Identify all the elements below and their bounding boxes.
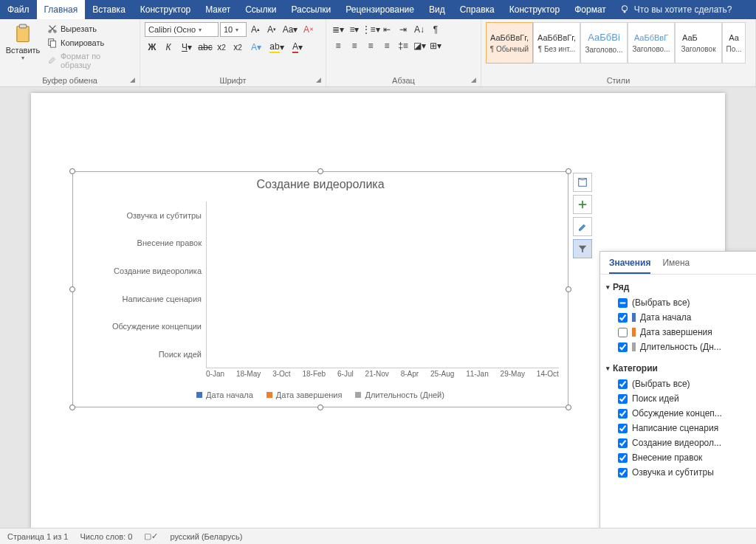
sort-button[interactable]: A↓ [412, 22, 427, 37]
borders-button[interactable]: ⊞▾ [428, 38, 443, 53]
filter-tab-values[interactable]: Значения [609, 258, 650, 274]
cut-button[interactable]: Вырезать [44, 22, 135, 35]
para-launcher[interactable]: ◢ [471, 76, 476, 83]
filter-series-item[interactable]: Дата начала [606, 310, 756, 325]
style-h1[interactable]: АаБбВіЗаголово... [580, 22, 628, 63]
style-h2[interactable]: АаБбВвГЗаголово... [628, 22, 675, 63]
increase-indent-button[interactable]: ⇥ [396, 22, 410, 37]
chart-filters-button[interactable] [573, 239, 592, 258]
filter-checkbox[interactable] [618, 468, 628, 478]
filter-checkbox[interactable] [618, 424, 628, 433]
highlight-button[interactable]: ab▾ [267, 40, 286, 55]
font-launcher[interactable]: ◢ [316, 76, 321, 83]
filter-series-item[interactable]: Длительность (Дн... [606, 340, 756, 354]
resize-handle[interactable] [566, 168, 571, 174]
filter-category-item[interactable]: Поиск идей [606, 391, 756, 406]
change-case-button[interactable]: Aa▾ [281, 22, 300, 37]
clipboard-launcher[interactable]: ◢ [130, 76, 135, 83]
font-size-combo[interactable]: 10▾ [220, 22, 247, 37]
filter-checkbox[interactable] [618, 409, 628, 419]
style-subtitle[interactable]: АаПо... [722, 22, 746, 63]
grow-font-button[interactable]: A▴ [248, 22, 263, 37]
filter-series-item[interactable]: (Выбрать все) [606, 295, 756, 310]
filter-series-item[interactable]: Дата завершения [606, 325, 756, 340]
style-normal[interactable]: АаБбВвГг,¶ Обычный [486, 22, 533, 63]
clear-format-button[interactable]: A✕ [301, 22, 316, 37]
filter-category-item[interactable]: Создание видеорол... [606, 435, 756, 450]
legend-item[interactable]: Дата начала [196, 390, 253, 399]
align-right-button[interactable]: ≡ [363, 38, 378, 53]
resize-handle[interactable] [566, 286, 571, 292]
font-name-combo[interactable]: Calibri (Осно▾ [145, 22, 219, 37]
style-title[interactable]: АаБЗаголовок [675, 22, 722, 63]
multilevel-button[interactable]: ⋮≡▾ [363, 22, 378, 37]
paste-button[interactable]: Вставить ▾ [4, 22, 41, 63]
filter-checkbox[interactable] [618, 313, 628, 323]
resize-handle[interactable] [69, 286, 75, 292]
filter-category-item[interactable]: Внесение правок [606, 450, 756, 465]
tab-help[interactable]: Справка [453, 0, 502, 19]
tab-insert[interactable]: Вставка [85, 0, 133, 19]
tab-view[interactable]: Вид [422, 0, 453, 19]
chart-plot-area[interactable]: Озвучка и субтитрыВнесение правокСоздани… [111, 202, 559, 368]
shrink-font-button[interactable]: A▾ [264, 22, 279, 37]
font-color-button[interactable]: A▾ [288, 40, 307, 55]
tab-design[interactable]: Конструктор [133, 0, 198, 19]
resize-handle[interactable] [317, 168, 323, 174]
decrease-indent-button[interactable]: ⇤ [379, 22, 394, 37]
show-marks-button[interactable]: ¶ [428, 22, 443, 37]
tab-chart-format[interactable]: Формат [567, 0, 614, 19]
superscript-button[interactable]: x2 [230, 40, 245, 55]
tab-layout[interactable]: Макет [198, 0, 238, 19]
copy-button[interactable]: Копировать [44, 36, 135, 49]
filter-checkbox[interactable] [618, 379, 628, 389]
legend-item[interactable]: Длительность (Дней) [355, 390, 444, 399]
styles-gallery[interactable]: АаБбВвГг,¶ Обычный АаБбВвГг,¶ Без инт...… [486, 22, 751, 63]
strike-button[interactable]: abc [198, 40, 213, 55]
filter-checkbox[interactable] [618, 342, 628, 352]
resize-handle[interactable] [566, 404, 571, 410]
align-left-button[interactable]: ≡ [331, 38, 346, 53]
legend-item[interactable]: Дата завершения [267, 390, 343, 399]
resize-handle[interactable] [69, 404, 75, 410]
numbering-button[interactable]: ≡▾ [347, 22, 362, 37]
chart-styles-button[interactable] [573, 217, 592, 236]
filter-checkbox[interactable] [618, 453, 628, 463]
justify-button[interactable]: ≡ [379, 38, 394, 53]
line-spacing-button[interactable]: ‡≡ [396, 38, 410, 53]
tab-chart-design[interactable]: Конструктор [502, 0, 567, 19]
bullets-button[interactable]: ≣▾ [331, 22, 346, 37]
resize-handle[interactable] [69, 168, 75, 174]
filter-checkbox[interactable] [618, 298, 628, 308]
style-nospacing[interactable]: АаБбВвГг,¶ Без инт... [533, 22, 580, 63]
filter-section-series[interactable]: ▾Ряд [606, 279, 756, 295]
tab-review[interactable]: Рецензирование [338, 0, 422, 19]
filter-checkbox[interactable] [618, 438, 628, 448]
subscript-button[interactable]: x2 [214, 40, 229, 55]
filter-category-item[interactable]: Обсуждение концеп... [606, 406, 756, 421]
filter-category-item[interactable]: Озвучка и субтитры [606, 465, 756, 480]
chart-elements-button[interactable] [573, 195, 592, 214]
proofing-icon[interactable]: ▢✓ [144, 531, 158, 541]
text-effects-button[interactable]: A▾ [247, 40, 266, 55]
filter-checkbox[interactable] [618, 328, 628, 337]
align-center-button[interactable]: ≡ [347, 38, 362, 53]
tab-file[interactable]: Файл [0, 0, 37, 19]
filter-tab-names[interactable]: Имена [662, 258, 690, 274]
tab-mailings[interactable]: Рассылки [284, 0, 338, 19]
filter-category-item[interactable]: Написание сценария [606, 421, 756, 435]
status-words[interactable]: Число слов: 0 [80, 532, 132, 541]
resize-handle[interactable] [317, 404, 323, 410]
chart-title[interactable]: Создание видеоролика [73, 172, 568, 194]
status-page[interactable]: Страница 1 из 1 [7, 532, 68, 541]
filter-checkbox[interactable] [618, 394, 628, 404]
tell-me[interactable]: Что вы хотите сделать? [614, 0, 738, 19]
italic-button[interactable]: К [161, 40, 176, 55]
tab-home[interactable]: Главная [37, 0, 86, 19]
underline-button[interactable]: Ч▾ [177, 40, 196, 55]
shading-button[interactable]: ◪▾ [412, 38, 427, 53]
bold-button[interactable]: Ж [145, 40, 159, 55]
format-painter-button[interactable]: Формат по образцу [44, 50, 135, 71]
chart-legend[interactable]: Дата начала Дата завершения Длительность… [73, 390, 568, 399]
status-language[interactable]: русский (Беларусь) [170, 532, 242, 541]
